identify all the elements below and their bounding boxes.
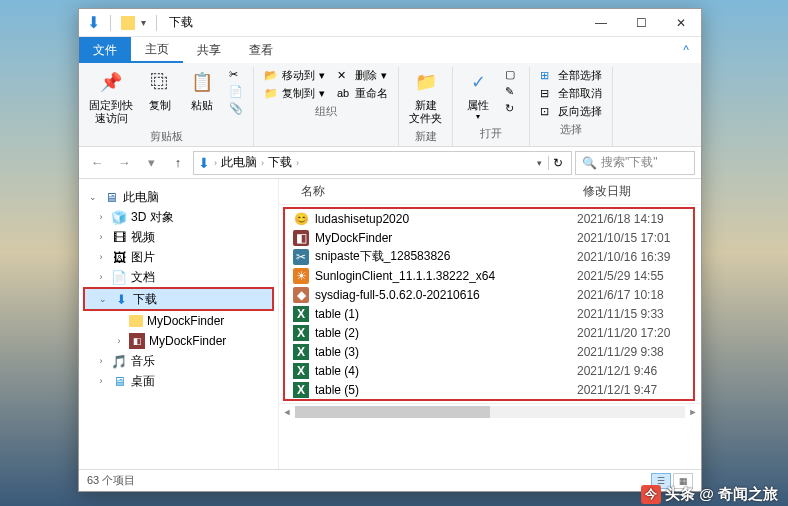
- downloads-icon: ⬇: [198, 155, 210, 171]
- file-icon: X: [293, 382, 309, 398]
- file-name: SunloginClient_11.1.1.38222_x64: [315, 269, 577, 283]
- navbar: ← → ▾ ↑ ⬇ › 此电脑 › 下载 › ▾ ↻ 🔍 搜索"下载": [79, 147, 701, 179]
- ribbon-collapse-icon[interactable]: ^: [671, 37, 701, 63]
- tab-file[interactable]: 文件: [79, 37, 131, 63]
- file-row[interactable]: Xtable (3)2021/11/29 9:38: [285, 342, 693, 361]
- tree-pc[interactable]: ⌄🖥此电脑: [83, 187, 274, 207]
- file-row[interactable]: ◧MyDockFinder2021/10/15 17:01: [285, 228, 693, 247]
- file-name: sysdiag-full-5.0.62.0-20210616: [315, 288, 577, 302]
- file-row[interactable]: Xtable (2)2021/11/20 17:20: [285, 323, 693, 342]
- file-name: snipaste下载_128583826: [315, 248, 577, 265]
- file-name: table (3): [315, 345, 577, 359]
- h-scrollbar[interactable]: ◄ ►: [279, 403, 701, 419]
- rename-button[interactable]: ab重命名: [333, 85, 392, 102]
- tree-3d[interactable]: ›🧊3D 对象: [83, 207, 274, 227]
- tab-home[interactable]: 主页: [131, 37, 183, 63]
- file-row[interactable]: ✂snipaste下载_1285838262021/10/16 16:39: [285, 247, 693, 266]
- chevron-icon[interactable]: ›: [212, 158, 219, 168]
- close-button[interactable]: ✕: [661, 9, 701, 37]
- file-icon: X: [293, 325, 309, 341]
- search-icon: 🔍: [582, 156, 597, 170]
- qat-dropdown-icon[interactable]: ▾: [141, 17, 146, 28]
- tree-downloads[interactable]: ⌄⬇下载: [85, 289, 272, 309]
- file-row[interactable]: Xtable (5)2021/12/1 9:47: [285, 380, 693, 399]
- edit-button[interactable]: ✎: [501, 84, 523, 100]
- invert-button[interactable]: ⊡反向选择: [536, 103, 606, 120]
- file-list[interactable]: 😊ludashisetup20202021/6/18 14:19◧MyDockF…: [283, 207, 695, 401]
- forward-button[interactable]: →: [112, 151, 136, 175]
- window-title: 下载: [169, 14, 193, 31]
- tree-mydock1[interactable]: MyDockFinder: [83, 311, 274, 331]
- file-icon: ◆: [293, 287, 309, 303]
- folder-icon[interactable]: [121, 16, 135, 30]
- group-new: 新建: [415, 127, 437, 144]
- refresh-icon[interactable]: ↻: [548, 156, 567, 170]
- copy-path-button[interactable]: 📄: [225, 84, 247, 100]
- scroll-thumb[interactable]: [295, 406, 490, 418]
- dropdown-icon[interactable]: ▾: [537, 158, 542, 168]
- file-date: 2021/11/20 17:20: [577, 326, 687, 340]
- file-name: ludashisetup2020: [315, 212, 577, 226]
- selectnone-button[interactable]: ⊟全部取消: [536, 85, 606, 102]
- tree-desktop[interactable]: ›🖥桌面: [83, 371, 274, 391]
- history-button[interactable]: ↻: [501, 101, 523, 117]
- file-row[interactable]: ◆sysdiag-full-5.0.62.0-202106162021/6/17…: [285, 285, 693, 304]
- file-name: table (1): [315, 307, 577, 321]
- tab-share[interactable]: 共享: [183, 37, 235, 63]
- breadcrumb-pc[interactable]: 此电脑: [221, 154, 257, 171]
- search-placeholder: 搜索"下载": [601, 154, 658, 171]
- file-pane: 名称 修改日期 😊ludashisetup20202021/6/18 14:19…: [279, 179, 701, 469]
- recent-dropdown[interactable]: ▾: [139, 151, 163, 175]
- paste-button[interactable]: 📋粘贴: [183, 67, 221, 114]
- properties-button[interactable]: ✓属性▾: [459, 67, 497, 124]
- ribbon: 📌固定到快 速访问 ⿻复制 📋粘贴 ✂ 📄 📎 剪贴板 📂移动到 ▾ 📁复制到 …: [79, 63, 701, 147]
- copy-button[interactable]: ⿻复制: [141, 67, 179, 114]
- newfolder-button[interactable]: 📁新建 文件夹: [405, 67, 446, 127]
- file-name: table (4): [315, 364, 577, 378]
- copyto-button[interactable]: 📁复制到 ▾: [260, 85, 329, 102]
- file-row[interactable]: Xtable (1)2021/11/15 9:33: [285, 304, 693, 323]
- cut-button[interactable]: ✂: [225, 67, 247, 83]
- group-organize: 组织: [315, 102, 337, 119]
- file-row[interactable]: ☀SunloginClient_11.1.1.38222_x642021/5/2…: [285, 266, 693, 285]
- group-select: 选择: [560, 120, 582, 137]
- down-arrow-icon[interactable]: ⬇: [87, 13, 100, 32]
- titlebar: ⬇ ▾ 下载 — ☐ ✕: [79, 9, 701, 37]
- pin-button[interactable]: 📌固定到快 速访问: [85, 67, 137, 127]
- file-row[interactable]: 😊ludashisetup20202021/6/18 14:19: [285, 209, 693, 228]
- file-icon: ☀: [293, 268, 309, 284]
- col-name[interactable]: 名称: [301, 183, 583, 200]
- moveto-button[interactable]: 📂移动到 ▾: [260, 67, 329, 84]
- search-box[interactable]: 🔍 搜索"下载": [575, 151, 695, 175]
- tree-documents[interactable]: ›📄文档: [83, 267, 274, 287]
- col-modified[interactable]: 修改日期: [583, 183, 693, 200]
- breadcrumb-downloads[interactable]: 下载: [268, 154, 292, 171]
- tree-mydock2[interactable]: ›◧MyDockFinder: [83, 331, 274, 351]
- file-icon: 😊: [293, 211, 309, 227]
- maximize-button[interactable]: ☐: [621, 9, 661, 37]
- tree-pictures[interactable]: ›🖼图片: [83, 247, 274, 267]
- up-button[interactable]: ↑: [166, 151, 190, 175]
- file-row[interactable]: Xtable (4)2021/12/1 9:46: [285, 361, 693, 380]
- address-bar[interactable]: ⬇ › 此电脑 › 下载 › ▾ ↻: [193, 151, 572, 175]
- file-icon: ✂: [293, 249, 309, 265]
- column-headers[interactable]: 名称 修改日期: [279, 179, 701, 205]
- tree-videos[interactable]: ›🎞视频: [83, 227, 274, 247]
- tree-music[interactable]: ›🎵音乐: [83, 351, 274, 371]
- selectall-button[interactable]: ⊞全部选择: [536, 67, 606, 84]
- chevron-icon[interactable]: ›: [259, 158, 266, 168]
- paste-shortcut-button[interactable]: 📎: [225, 101, 247, 117]
- file-date: 2021/10/15 17:01: [577, 231, 687, 245]
- nav-tree[interactable]: ⌄🖥此电脑 ›🧊3D 对象 ›🎞视频 ›🖼图片 ›📄文档 ⌄⬇下载 MyDock…: [79, 179, 279, 469]
- tab-view[interactable]: 查看: [235, 37, 287, 63]
- chevron-icon[interactable]: ›: [294, 158, 301, 168]
- file-icon: X: [293, 344, 309, 360]
- back-button[interactable]: ←: [85, 151, 109, 175]
- open-button[interactable]: ▢: [501, 67, 523, 83]
- delete-button[interactable]: ✕删除 ▾: [333, 67, 392, 84]
- file-name: MyDockFinder: [315, 231, 577, 245]
- minimize-button[interactable]: —: [581, 9, 621, 37]
- group-clipboard: 剪贴板: [150, 127, 183, 144]
- status-bar: 63 个项目 ☰ ▦: [79, 469, 701, 491]
- file-date: 2021/12/1 9:47: [577, 383, 687, 397]
